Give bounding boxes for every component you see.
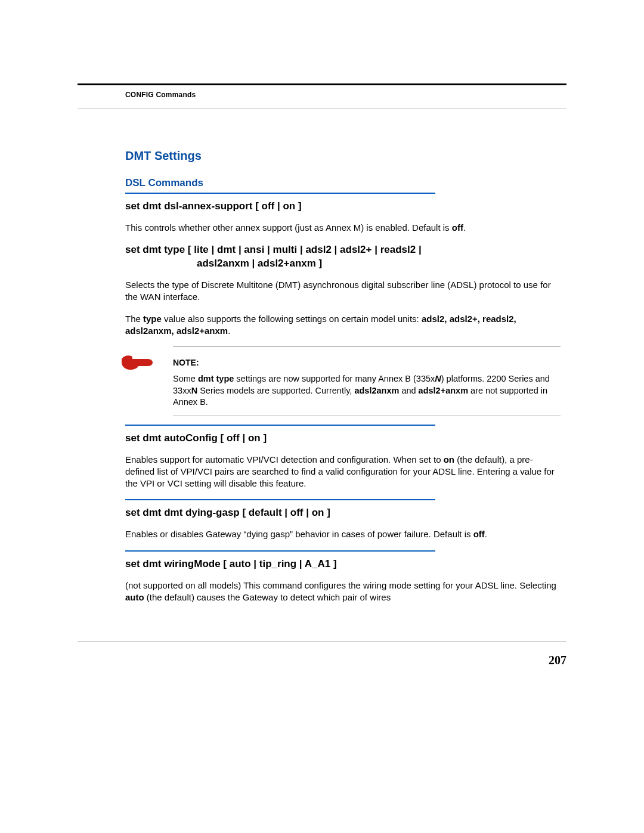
text: set dmt type [ lite | dmt | ansi | multi…	[125, 244, 422, 255]
text: and	[399, 386, 418, 395]
text: Enables or disables Gateway “dying gasp”…	[125, 529, 473, 539]
pointing-hand-icon	[120, 353, 154, 372]
command-heading: set dmt dmt dying-gasp [ default | off |…	[125, 506, 561, 520]
text-bold: auto	[125, 592, 144, 602]
text: settings are now supported for many Anne…	[234, 374, 435, 383]
text: (not supported on all models) This comma…	[125, 580, 556, 590]
divider	[125, 193, 435, 194]
page-number: 207	[549, 654, 566, 667]
text: .	[463, 222, 466, 233]
text-bold-italic: N	[435, 374, 441, 383]
text: value also supports the following settin…	[162, 314, 422, 324]
note-label: NOTE:	[173, 358, 561, 367]
text: This controls whether other annex suppor…	[125, 222, 452, 233]
command-description: Enables or disables Gateway “dying gasp”…	[125, 528, 561, 540]
content-area: DMT Settings DSL Commands set dmt dsl-an…	[125, 149, 561, 613]
running-head: CONFIG Commands	[125, 91, 196, 99]
text: (the default) causes the Gateway to dete…	[144, 592, 391, 602]
text: .	[228, 326, 230, 336]
top-rule	[78, 83, 566, 85]
text-bold: off	[473, 529, 485, 539]
command-description: Enables support for automatic VPI/VCI de…	[125, 454, 561, 490]
divider	[125, 425, 435, 426]
subsection-title: DSL Commands	[125, 177, 561, 189]
command-description: (not supported on all models) This comma…	[125, 580, 561, 604]
note-inner: NOTE: Some dmt type settings are now sup…	[125, 347, 561, 416]
command-heading: set dmt dsl-annex-support [ off | on ]	[125, 200, 561, 213]
command-heading: set dmt autoConfig [ off | on ]	[125, 432, 561, 445]
text: Enables support for automatic VPI/VCI de…	[125, 454, 444, 465]
command-description: This controls whether other annex suppor…	[125, 222, 561, 234]
text-bold: on	[444, 454, 454, 465]
header-underline	[78, 109, 566, 109]
divider	[125, 499, 435, 500]
command-description: The type value also supports the followi…	[125, 313, 561, 337]
text: adsl2anxm | adsl2+anxm ]	[125, 257, 561, 271]
section-title: DMT Settings	[125, 149, 561, 163]
text: .	[485, 529, 487, 539]
text-bold: adsl2+anxm	[419, 386, 468, 395]
text: Series models are supported. Currently,	[197, 386, 354, 395]
text-bold: N	[191, 386, 197, 395]
command-heading: set dmt type [ lite | dmt | ansi | multi…	[125, 243, 561, 271]
command-heading: set dmt wiringMode [ auto | tip_ring | A…	[125, 558, 561, 571]
note-text: Some dmt type settings are now supported…	[173, 373, 561, 408]
text-bold: off	[452, 222, 463, 233]
text: Some	[173, 374, 198, 383]
note-rule-bottom	[173, 416, 561, 416]
page: CONFIG Commands DMT Settings DSL Command…	[0, 0, 644, 833]
text-bold: type	[143, 314, 162, 324]
text: The	[125, 314, 143, 324]
command-description: Selects the type of Discrete Multitone (…	[125, 279, 561, 304]
text-bold: adsl2anxm	[354, 386, 399, 395]
note-block: NOTE: Some dmt type settings are now sup…	[125, 346, 561, 416]
divider	[125, 550, 435, 552]
text-bold: dmt type	[198, 374, 234, 383]
footer-rule	[78, 641, 566, 642]
